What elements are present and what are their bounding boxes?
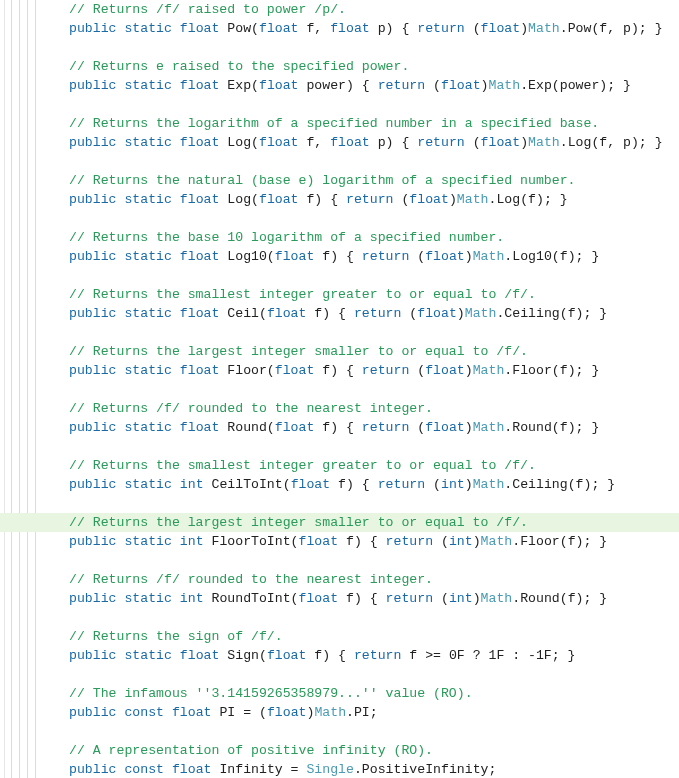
code-line-content[interactable]: public static float Sign(float f) { retu… — [69, 648, 576, 663]
code-token: Math — [465, 306, 497, 321]
code-line-content[interactable]: public static float Floor(float f) { ret… — [69, 363, 599, 378]
code-line-content[interactable]: // Returns the smallest integer greater … — [69, 458, 536, 473]
code-line-content[interactable]: // Returns the base 10 logarithm of a sp… — [69, 230, 504, 245]
code-line-content[interactable] — [69, 496, 77, 511]
code-line[interactable]: // Returns the sign of /f/. — [0, 627, 679, 646]
code-line[interactable] — [0, 665, 679, 684]
code-line[interactable]: public static int CeilToInt(float f) { r… — [0, 475, 679, 494]
code-line[interactable]: public const float Infinity = Single.Pos… — [0, 760, 679, 778]
code-line[interactable] — [0, 608, 679, 627]
code-line-content[interactable]: public static float Log(float f, float p… — [69, 135, 663, 150]
code-line[interactable] — [0, 380, 679, 399]
code-line-content[interactable]: public static int CeilToInt(float f) { r… — [69, 477, 615, 492]
code-token: float — [180, 363, 220, 378]
code-line[interactable]: // Returns the logarithm of a specified … — [0, 114, 679, 133]
code-line[interactable]: // Returns the smallest integer greater … — [0, 285, 679, 304]
code-line[interactable]: // Returns the largest integer smaller t… — [0, 513, 679, 532]
code-line[interactable]: public static float Floor(float f) { ret… — [0, 361, 679, 380]
code-line-content[interactable]: public static float Ceil(float f) { retu… — [69, 306, 607, 321]
code-token: // Returns the base 10 logarithm of a sp… — [69, 230, 504, 245]
code-line-content[interactable]: public static float Round(float f) { ret… — [69, 420, 599, 435]
code-line-content[interactable]: public static float Exp(float power) { r… — [69, 78, 631, 93]
code-line-content[interactable] — [69, 667, 77, 682]
code-line[interactable]: public static float Log(float f) { retur… — [0, 190, 679, 209]
code-line[interactable] — [0, 152, 679, 171]
code-line[interactable] — [0, 494, 679, 513]
code-line-content[interactable] — [69, 382, 77, 397]
code-token: .Log(f); } — [489, 192, 568, 207]
code-line-content[interactable]: public static float Pow(float f, float p… — [69, 21, 663, 36]
code-line[interactable]: public static float Round(float f) { ret… — [0, 418, 679, 437]
code-line-content[interactable]: public static float Log(float f) { retur… — [69, 192, 568, 207]
code-line-content[interactable]: // Returns the logarithm of a specified … — [69, 116, 599, 131]
code-lines[interactable]: // Returns /f/ raised to power /p/.publi… — [0, 0, 679, 778]
code-line-content[interactable]: // The infamous ''3.14159265358979...'' … — [69, 686, 473, 701]
code-line[interactable]: public static float Log(float f, float p… — [0, 133, 679, 152]
code-token: FloorToInt( — [204, 534, 299, 549]
code-line[interactable]: // Returns /f/ raised to power /p/. — [0, 0, 679, 19]
code-line-content[interactable] — [69, 97, 77, 112]
code-line-content[interactable]: // Returns the largest integer smaller t… — [69, 344, 528, 359]
code-line[interactable] — [0, 551, 679, 570]
code-line-content[interactable]: public static int FloorToInt(float f) { … — [69, 534, 607, 549]
code-line[interactable]: // Returns the base 10 logarithm of a sp… — [0, 228, 679, 247]
code-line-content[interactable] — [69, 553, 77, 568]
code-token: Ceil( — [219, 306, 266, 321]
code-token: float — [180, 21, 220, 36]
code-line-content[interactable]: // Returns the smallest integer greater … — [69, 287, 536, 302]
code-line-content[interactable] — [69, 325, 77, 340]
code-line-content[interactable]: public const float PI = (float)Math.PI; — [69, 705, 378, 720]
code-line-content[interactable]: public const float Infinity = Single.Pos… — [69, 762, 496, 777]
code-line[interactable] — [0, 722, 679, 741]
code-line-content[interactable]: // Returns /f/ rounded to the nearest in… — [69, 572, 433, 587]
code-line[interactable]: public static int RoundToInt(float f) { … — [0, 589, 679, 608]
code-token: public — [69, 192, 116, 207]
code-line-content[interactable]: public static int RoundToInt(float f) { … — [69, 591, 607, 606]
code-line[interactable] — [0, 209, 679, 228]
code-line-content[interactable] — [69, 610, 77, 625]
code-token: f) { — [314, 420, 361, 435]
code-token — [172, 591, 180, 606]
code-line-content[interactable]: // Returns /f/ raised to power /p/. — [69, 2, 346, 17]
code-line[interactable]: public const float PI = (float)Math.PI; — [0, 703, 679, 722]
code-line-content[interactable]: // Returns e raised to the specified pow… — [69, 59, 409, 74]
code-line-content[interactable] — [69, 40, 77, 55]
code-line-content[interactable] — [69, 154, 77, 169]
code-line[interactable]: public static int FloorToInt(float f) { … — [0, 532, 679, 551]
code-line[interactable]: // Returns e raised to the specified pow… — [0, 57, 679, 76]
code-token: static — [124, 192, 171, 207]
code-line-content[interactable]: // Returns /f/ rounded to the nearest in… — [69, 401, 433, 416]
code-line-content[interactable]: // Returns the natural (base e) logarith… — [69, 173, 575, 188]
code-line[interactable]: public static float Log10(float f) { ret… — [0, 247, 679, 266]
code-line-content[interactable]: // Returns the sign of /f/. — [69, 629, 283, 644]
code-token: ( — [409, 363, 425, 378]
code-token — [172, 21, 180, 36]
code-line[interactable]: // Returns the largest integer smaller t… — [0, 342, 679, 361]
code-line[interactable]: public static float Exp(float power) { r… — [0, 76, 679, 95]
code-line[interactable]: public static float Pow(float f, float p… — [0, 19, 679, 38]
code-line-content[interactable] — [69, 211, 77, 226]
code-line[interactable]: public static float Ceil(float f) { retu… — [0, 304, 679, 323]
code-line-content[interactable] — [69, 268, 77, 283]
code-line[interactable] — [0, 38, 679, 57]
code-line[interactable]: // Returns /f/ rounded to the nearest in… — [0, 570, 679, 589]
code-token: float — [275, 249, 315, 264]
code-line-content[interactable]: public static float Log10(float f) { ret… — [69, 249, 599, 264]
code-line[interactable] — [0, 323, 679, 342]
code-editor[interactable]: // Returns /f/ raised to power /p/.publi… — [0, 0, 679, 778]
code-token — [172, 249, 180, 264]
code-line[interactable]: public static float Sign(float f) { retu… — [0, 646, 679, 665]
code-line[interactable]: // A representation of positive infinity… — [0, 741, 679, 760]
code-line[interactable] — [0, 95, 679, 114]
code-line-content[interactable]: // A representation of positive infinity… — [69, 743, 433, 758]
code-token: float — [172, 762, 212, 777]
code-line[interactable]: // Returns the natural (base e) logarith… — [0, 171, 679, 190]
code-line[interactable] — [0, 266, 679, 285]
code-line[interactable]: // The infamous ''3.14159265358979...'' … — [0, 684, 679, 703]
code-line[interactable] — [0, 437, 679, 456]
code-line-content[interactable] — [69, 439, 77, 454]
code-line-content[interactable]: // Returns the largest integer smaller t… — [69, 515, 528, 530]
code-line-content[interactable] — [69, 724, 77, 739]
code-line[interactable]: // Returns /f/ rounded to the nearest in… — [0, 399, 679, 418]
code-line[interactable]: // Returns the smallest integer greater … — [0, 456, 679, 475]
